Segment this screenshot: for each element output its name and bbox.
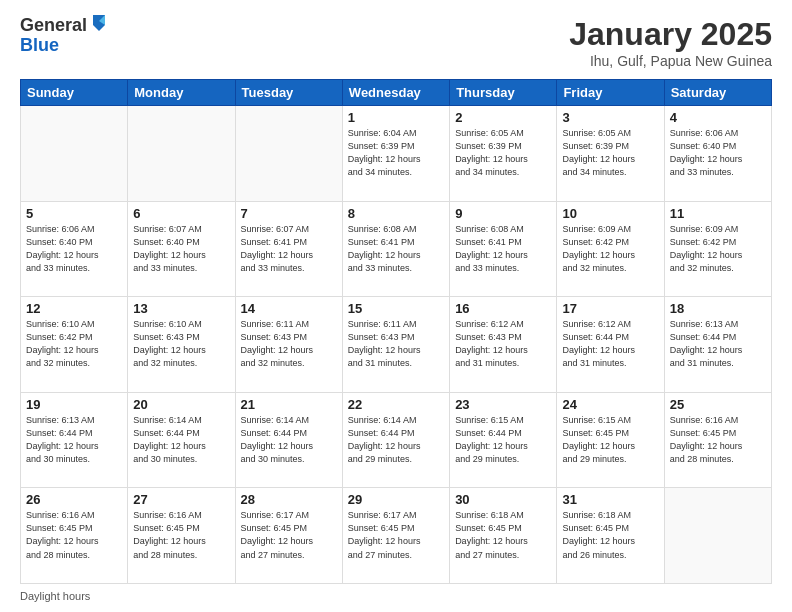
calendar-cell: 14Sunrise: 6:11 AM Sunset: 6:43 PM Dayli… — [235, 297, 342, 393]
calendar-cell: 29Sunrise: 6:17 AM Sunset: 6:45 PM Dayli… — [342, 488, 449, 584]
day-number: 4 — [670, 110, 766, 125]
day-info: Sunrise: 6:14 AM Sunset: 6:44 PM Dayligh… — [133, 414, 229, 466]
calendar-cell: 12Sunrise: 6:10 AM Sunset: 6:42 PM Dayli… — [21, 297, 128, 393]
day-info: Sunrise: 6:13 AM Sunset: 6:44 PM Dayligh… — [26, 414, 122, 466]
day-info: Sunrise: 6:16 AM Sunset: 6:45 PM Dayligh… — [133, 509, 229, 561]
day-info: Sunrise: 6:07 AM Sunset: 6:41 PM Dayligh… — [241, 223, 337, 275]
calendar-cell: 13Sunrise: 6:10 AM Sunset: 6:43 PM Dayli… — [128, 297, 235, 393]
calendar-cell: 22Sunrise: 6:14 AM Sunset: 6:44 PM Dayli… — [342, 392, 449, 488]
calendar-cell: 9Sunrise: 6:08 AM Sunset: 6:41 PM Daylig… — [450, 201, 557, 297]
day-info: Sunrise: 6:06 AM Sunset: 6:40 PM Dayligh… — [26, 223, 122, 275]
day-info: Sunrise: 6:18 AM Sunset: 6:45 PM Dayligh… — [455, 509, 551, 561]
day-info: Sunrise: 6:08 AM Sunset: 6:41 PM Dayligh… — [455, 223, 551, 275]
day-info: Sunrise: 6:16 AM Sunset: 6:45 PM Dayligh… — [670, 414, 766, 466]
calendar-cell: 15Sunrise: 6:11 AM Sunset: 6:43 PM Dayli… — [342, 297, 449, 393]
title-block: January 2025 Ihu, Gulf, Papua New Guinea — [569, 16, 772, 69]
calendar-cell: 8Sunrise: 6:08 AM Sunset: 6:41 PM Daylig… — [342, 201, 449, 297]
calendar-cell: 19Sunrise: 6:13 AM Sunset: 6:44 PM Dayli… — [21, 392, 128, 488]
calendar-cell: 20Sunrise: 6:14 AM Sunset: 6:44 PM Dayli… — [128, 392, 235, 488]
weekday-header-tuesday: Tuesday — [235, 80, 342, 106]
calendar-cell: 24Sunrise: 6:15 AM Sunset: 6:45 PM Dayli… — [557, 392, 664, 488]
day-info: Sunrise: 6:06 AM Sunset: 6:40 PM Dayligh… — [670, 127, 766, 179]
day-number: 3 — [562, 110, 658, 125]
day-number: 5 — [26, 206, 122, 221]
logo-icon — [89, 13, 107, 35]
day-number: 28 — [241, 492, 337, 507]
calendar-week-3: 12Sunrise: 6:10 AM Sunset: 6:42 PM Dayli… — [21, 297, 772, 393]
day-info: Sunrise: 6:05 AM Sunset: 6:39 PM Dayligh… — [562, 127, 658, 179]
calendar-cell: 10Sunrise: 6:09 AM Sunset: 6:42 PM Dayli… — [557, 201, 664, 297]
calendar-cell: 5Sunrise: 6:06 AM Sunset: 6:40 PM Daylig… — [21, 201, 128, 297]
day-info: Sunrise: 6:17 AM Sunset: 6:45 PM Dayligh… — [241, 509, 337, 561]
day-number: 31 — [562, 492, 658, 507]
calendar-table: SundayMondayTuesdayWednesdayThursdayFrid… — [20, 79, 772, 584]
day-number: 24 — [562, 397, 658, 412]
day-number: 16 — [455, 301, 551, 316]
day-info: Sunrise: 6:15 AM Sunset: 6:45 PM Dayligh… — [562, 414, 658, 466]
weekday-header-wednesday: Wednesday — [342, 80, 449, 106]
calendar-cell: 1Sunrise: 6:04 AM Sunset: 6:39 PM Daylig… — [342, 106, 449, 202]
logo: General Blue — [20, 16, 107, 56]
calendar-cell: 18Sunrise: 6:13 AM Sunset: 6:44 PM Dayli… — [664, 297, 771, 393]
day-info: Sunrise: 6:18 AM Sunset: 6:45 PM Dayligh… — [562, 509, 658, 561]
calendar-cell: 7Sunrise: 6:07 AM Sunset: 6:41 PM Daylig… — [235, 201, 342, 297]
day-number: 29 — [348, 492, 444, 507]
day-number: 27 — [133, 492, 229, 507]
day-number: 7 — [241, 206, 337, 221]
day-info: Sunrise: 6:15 AM Sunset: 6:44 PM Dayligh… — [455, 414, 551, 466]
day-info: Sunrise: 6:07 AM Sunset: 6:40 PM Dayligh… — [133, 223, 229, 275]
day-info: Sunrise: 6:16 AM Sunset: 6:45 PM Dayligh… — [26, 509, 122, 561]
calendar-cell — [128, 106, 235, 202]
weekday-header-sunday: Sunday — [21, 80, 128, 106]
day-info: Sunrise: 6:09 AM Sunset: 6:42 PM Dayligh… — [670, 223, 766, 275]
day-info: Sunrise: 6:04 AM Sunset: 6:39 PM Dayligh… — [348, 127, 444, 179]
day-info: Sunrise: 6:12 AM Sunset: 6:43 PM Dayligh… — [455, 318, 551, 370]
day-number: 14 — [241, 301, 337, 316]
day-info: Sunrise: 6:14 AM Sunset: 6:44 PM Dayligh… — [241, 414, 337, 466]
footer: Daylight hours — [20, 590, 772, 602]
day-info: Sunrise: 6:11 AM Sunset: 6:43 PM Dayligh… — [241, 318, 337, 370]
calendar-cell: 30Sunrise: 6:18 AM Sunset: 6:45 PM Dayli… — [450, 488, 557, 584]
calendar-week-5: 26Sunrise: 6:16 AM Sunset: 6:45 PM Dayli… — [21, 488, 772, 584]
day-number: 22 — [348, 397, 444, 412]
calendar-week-4: 19Sunrise: 6:13 AM Sunset: 6:44 PM Dayli… — [21, 392, 772, 488]
calendar-cell: 26Sunrise: 6:16 AM Sunset: 6:45 PM Dayli… — [21, 488, 128, 584]
day-number: 13 — [133, 301, 229, 316]
weekday-header-friday: Friday — [557, 80, 664, 106]
day-number: 21 — [241, 397, 337, 412]
calendar-cell: 4Sunrise: 6:06 AM Sunset: 6:40 PM Daylig… — [664, 106, 771, 202]
calendar-cell: 3Sunrise: 6:05 AM Sunset: 6:39 PM Daylig… — [557, 106, 664, 202]
day-number: 18 — [670, 301, 766, 316]
day-number: 11 — [670, 206, 766, 221]
calendar-cell: 25Sunrise: 6:16 AM Sunset: 6:45 PM Dayli… — [664, 392, 771, 488]
weekday-header-monday: Monday — [128, 80, 235, 106]
day-number: 8 — [348, 206, 444, 221]
location-subtitle: Ihu, Gulf, Papua New Guinea — [569, 53, 772, 69]
day-number: 10 — [562, 206, 658, 221]
day-info: Sunrise: 6:12 AM Sunset: 6:44 PM Dayligh… — [562, 318, 658, 370]
day-info: Sunrise: 6:17 AM Sunset: 6:45 PM Dayligh… — [348, 509, 444, 561]
logo-blue-text: Blue — [20, 36, 107, 56]
calendar-week-2: 5Sunrise: 6:06 AM Sunset: 6:40 PM Daylig… — [21, 201, 772, 297]
month-title: January 2025 — [569, 16, 772, 53]
day-info: Sunrise: 6:05 AM Sunset: 6:39 PM Dayligh… — [455, 127, 551, 179]
day-number: 12 — [26, 301, 122, 316]
calendar-cell: 21Sunrise: 6:14 AM Sunset: 6:44 PM Dayli… — [235, 392, 342, 488]
calendar-cell: 2Sunrise: 6:05 AM Sunset: 6:39 PM Daylig… — [450, 106, 557, 202]
calendar-cell — [235, 106, 342, 202]
calendar-cell — [21, 106, 128, 202]
calendar-cell — [664, 488, 771, 584]
calendar-cell: 17Sunrise: 6:12 AM Sunset: 6:44 PM Dayli… — [557, 297, 664, 393]
calendar-cell: 16Sunrise: 6:12 AM Sunset: 6:43 PM Dayli… — [450, 297, 557, 393]
day-info: Sunrise: 6:14 AM Sunset: 6:44 PM Dayligh… — [348, 414, 444, 466]
day-number: 2 — [455, 110, 551, 125]
calendar-cell: 28Sunrise: 6:17 AM Sunset: 6:45 PM Dayli… — [235, 488, 342, 584]
day-number: 25 — [670, 397, 766, 412]
day-number: 30 — [455, 492, 551, 507]
day-number: 1 — [348, 110, 444, 125]
day-info: Sunrise: 6:10 AM Sunset: 6:42 PM Dayligh… — [26, 318, 122, 370]
daylight-hours-label: Daylight hours — [20, 590, 90, 602]
day-info: Sunrise: 6:13 AM Sunset: 6:44 PM Dayligh… — [670, 318, 766, 370]
day-info: Sunrise: 6:09 AM Sunset: 6:42 PM Dayligh… — [562, 223, 658, 275]
day-info: Sunrise: 6:11 AM Sunset: 6:43 PM Dayligh… — [348, 318, 444, 370]
